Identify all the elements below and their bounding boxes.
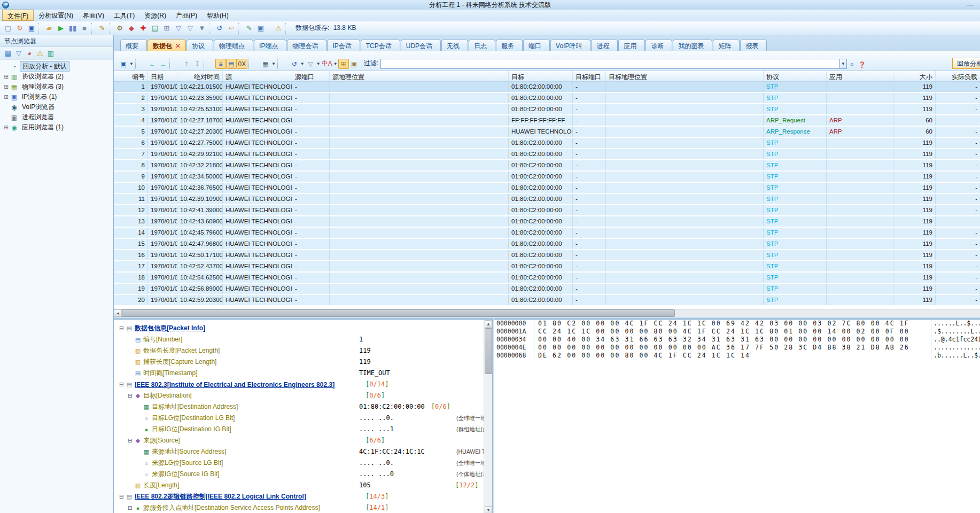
tab-protocol[interactable]: 协议 — [186, 40, 213, 51]
column-header[interactable]: 应用 — [827, 71, 893, 81]
table-row[interactable]: 19 1970/01/01 10:42:56.890000000 HUAWEI … — [114, 284, 980, 295]
packet-filter-icon[interactable]: ▽ — [184, 23, 196, 34]
column-header[interactable]: 编号 — [116, 71, 148, 81]
menu-resources[interactable]: 资源(R) — [139, 10, 171, 21]
sep[interactable] — [135, 59, 146, 69]
table-row[interactable]: 16 1970/01/01 10:42:50.171000000 HUAWEI … — [114, 250, 980, 261]
sep[interactable] — [238, 23, 242, 34]
sep[interactable] — [169, 59, 180, 69]
view-detail-icon[interactable]: ▤ — [226, 59, 237, 69]
field-destination-address[interactable]: ▦ 目标地址[Destination Address] 01:80:C2:00:… — [114, 401, 484, 413]
collapse-icon[interactable]: ⊟ — [119, 325, 126, 331]
table-row[interactable]: 6 1970/01/01 10:42:27.750000000 HUAWEI T… — [114, 138, 980, 149]
open-folder-icon[interactable]: ▰ — [43, 23, 55, 34]
field-ieee8023[interactable]: ⊟ ▤ IEEE 802.3[Institute of Electrical a… — [114, 379, 484, 390]
table-row[interactable]: 2 1970/01/01 10:42:23.359000000 HUAWEI T… — [114, 93, 980, 104]
field-timestamp[interactable]: ▤ 时间戳[Timestamp] TIME_OUT — [114, 368, 484, 379]
table-row[interactable]: 9 1970/01/01 10:42:34.500000000 HUAWEI T… — [114, 172, 980, 183]
packet-buffer-icon[interactable]: ▽ — [173, 23, 184, 34]
log-view-icon[interactable]: ▤ — [149, 23, 161, 34]
hex-row[interactable]: 00000000 01 80 C2 00 00 00 4C 1F CC 24 1… — [494, 320, 980, 328]
tab-matrix[interactable]: 矩阵 — [713, 40, 740, 51]
new-project-icon[interactable]: ▢ — [2, 23, 14, 34]
hex-options-icon[interactable]: ▦ — [260, 59, 271, 69]
sep[interactable] — [209, 23, 213, 34]
field-destination[interactable]: ⊟ ◆ 目标[Destination] [0/6] — [114, 390, 484, 401]
tab-process[interactable]: 进程 — [591, 40, 618, 51]
menu-file[interactable]: 文件(F) — [2, 10, 34, 21]
reopen-icon[interactable]: ↻ — [14, 23, 26, 34]
node-graph-icon[interactable]: ⊞ — [161, 23, 173, 34]
tab-close-icon[interactable]: ✕ — [175, 42, 181, 50]
collapse-icon[interactable]: ⊟ — [119, 382, 126, 387]
pause-capture-icon[interactable]: ▮▮ — [67, 23, 79, 34]
tab-report[interactable]: 报表 — [740, 40, 767, 51]
analysis-object-icon[interactable]: ⚙ — [114, 23, 126, 34]
filter-icon[interactable]: ▽ — [13, 48, 24, 59]
sep[interactable] — [248, 59, 259, 69]
column-header[interactable]: 源 — [223, 71, 292, 81]
save-icon[interactable]: ▣ — [26, 23, 37, 34]
column-header[interactable]: 源端口 — [292, 71, 330, 81]
table-row[interactable]: 15 1970/01/01 10:42:47.968000000 HUAWEI … — [114, 239, 980, 250]
tab-service[interactable]: 服务 — [496, 40, 523, 51]
filter-dropdown-icon[interactable]: ▼ — [840, 59, 847, 69]
tab-port[interactable]: 端口 — [523, 40, 550, 51]
sep[interactable] — [109, 23, 113, 34]
tree-view-icon[interactable]: ⊞ — [338, 59, 349, 69]
tree-replay-analysis[interactable]: ◔ 回放分析 - 默认 — [0, 61, 113, 72]
replay-analysis-button[interactable]: 回放分析 — [952, 58, 980, 69]
view-hex-icon[interactable]: 0X — [237, 59, 247, 69]
field-packet-length[interactable]: ▥ 数据包长度[Packet Length] 119 — [114, 345, 484, 356]
table-row[interactable]: 12 1970/01/01 10:42:41.390000000 HUAWEI … — [114, 205, 980, 216]
hex-row[interactable]: 00000068 DE 62 00 00 00 00 80 00 4C 1F C… — [494, 352, 980, 360]
field-packet-info[interactable]: ⊟ ▤ 数据包信息[Packet Info] — [114, 323, 484, 334]
sep[interactable] — [268, 23, 271, 34]
bookmark-down-icon[interactable]: ↧ — [192, 59, 203, 69]
table-row[interactable]: 13 1970/01/01 10:42:43.609000000 HUAWEI … — [114, 216, 980, 228]
pie-icon[interactable]: ◕ — [24, 48, 35, 59]
sep[interactable] — [277, 59, 288, 69]
alarm-icon[interactable]: ⚠ — [273, 23, 284, 34]
tab-my-charts[interactable]: 我的图表 — [673, 40, 712, 51]
horizontal-scrollbar[interactable]: ◂ — [114, 309, 980, 317]
expand-icon[interactable]: ⊞ — [3, 84, 9, 90]
scroll-down-arrow-icon[interactable]: ▼ — [485, 506, 492, 513]
table-row[interactable]: 3 1970/01/01 10:42:25.531000000 HUAWEI T… — [114, 104, 980, 115]
packet-diamonds-icon[interactable]: ◆ — [126, 23, 137, 34]
sep[interactable] — [38, 23, 42, 34]
collapse-icon[interactable]: ⊟ — [128, 393, 134, 399]
filter-input[interactable] — [380, 59, 840, 69]
minimize-button[interactable]: — — [967, 1, 974, 9]
table-row[interactable]: 7 1970/01/01 10:42:29.921000000 HUAWEI T… — [114, 149, 980, 160]
import-export-icon[interactable]: ↩ — [225, 23, 237, 34]
tab-packets[interactable]: 数据包✕ — [147, 40, 186, 51]
table-row[interactable]: 8 1970/01/01 10:42:32.218000000 HUAWEI T… — [114, 160, 980, 172]
table-row[interactable]: 17 1970/01/01 10:42:52.437000000 HUAWEI … — [114, 261, 980, 273]
tab-physical-endpoint[interactable]: 物理端点 — [214, 40, 253, 51]
tab-diagnosis[interactable]: 诊断 — [645, 40, 672, 51]
view-list-icon[interactable]: ≡ — [215, 59, 226, 69]
sep[interactable] — [91, 23, 95, 34]
dropdown-icon[interactable]: ▼ — [316, 59, 321, 69]
hex-row[interactable]: 00000034 00 00 40 00 34 63 31 66 63 63 3… — [494, 336, 980, 344]
filter-save-icon[interactable]: ▼ — [196, 23, 208, 34]
lock-columns-icon[interactable]: ▣ — [349, 59, 360, 69]
tab-application[interactable]: 应用 — [618, 40, 645, 51]
field-dsap[interactable]: ⊟ ● 源服务接入点地址[Destination Service Access … — [114, 502, 484, 513]
field-destination-ig-bit[interactable]: ● 目标IG位[Destination IG Bit] .... ...1 (群… — [114, 424, 484, 435]
table-row[interactable]: 14 1970/01/01 10:42:45.796000000 HUAWEI … — [114, 228, 980, 239]
column-header[interactable]: 目标端口 — [573, 71, 606, 81]
expand-icon[interactable]: ⊞ — [3, 94, 9, 100]
dropdown-icon[interactable]: ▼ — [333, 59, 338, 69]
copy-docs-icon[interactable]: ▣ — [255, 23, 267, 34]
collapse-icon[interactable]: ⊟ — [128, 438, 134, 444]
help-icon[interactable]: ❓ — [858, 61, 866, 68]
search-icon[interactable]: ⌕ — [850, 60, 854, 68]
tab-physical-conversation[interactable]: 物理会话 — [287, 40, 326, 51]
tab-log[interactable]: 日志 — [469, 40, 495, 51]
sep[interactable] — [204, 59, 214, 69]
menu-analysis-settings[interactable]: 分析设置(N) — [34, 10, 78, 21]
table-row[interactable]: 4 1970/01/01 10:42:27.187000000 HUAWEI T… — [114, 115, 980, 127]
tab-voip-call[interactable]: VoIP呼叫 — [550, 40, 590, 51]
